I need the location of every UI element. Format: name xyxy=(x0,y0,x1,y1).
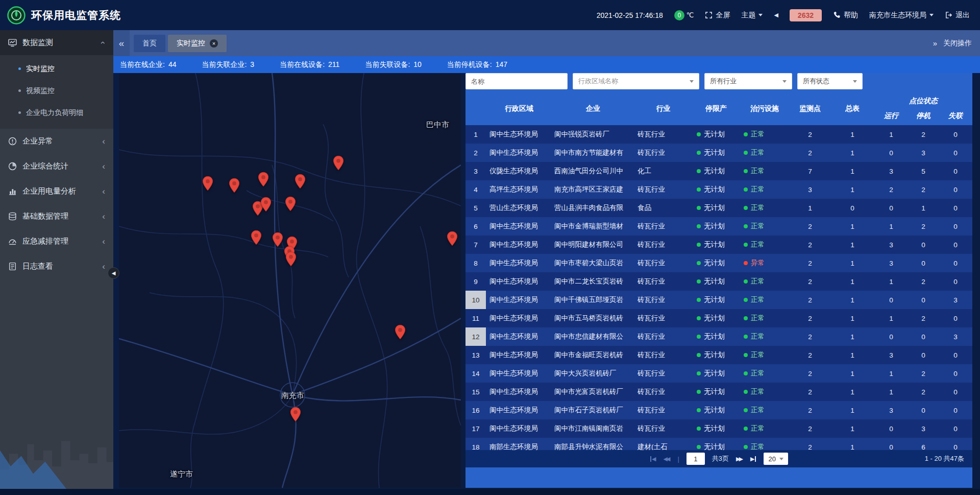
org-dropdown[interactable]: 南充市生态环境局 xyxy=(869,11,934,20)
table-row[interactable]: 13阆中生态环境局阆中市金福旺页岩机砖砖瓦行业无计划正常21300 xyxy=(465,346,972,364)
tab-scroll-left-icon[interactable]: « xyxy=(113,30,130,56)
cell-stopped: 2 xyxy=(908,364,939,383)
table-row[interactable]: 1阆中生态环境局阆中强锐页岩砖厂砖瓦行业无计划正常21120 xyxy=(465,125,972,144)
collapse-sidebar-button[interactable]: ◀ xyxy=(108,267,119,279)
cell-stopped: 5 xyxy=(908,162,939,180)
close-operations-button[interactable]: 关闭操作 xyxy=(943,39,972,48)
page-number-input[interactable] xyxy=(687,453,705,465)
tab-realtime[interactable]: 实时监控× xyxy=(168,35,227,52)
sidebar-item-enterprise-stats[interactable]: 企业综合统计‹ xyxy=(0,154,113,179)
table-row[interactable]: 16阆中生态环境局阆中市石子页岩机砖厂砖瓦行业无计划正常21300 xyxy=(465,401,972,419)
cell-running: 0 xyxy=(874,419,908,438)
logout-button[interactable]: 退出 xyxy=(945,11,970,20)
sidebar-item-emergency-reduction[interactable]: 应急减排管理‹ xyxy=(0,229,113,254)
sidebar-subitem-video-monitor[interactable]: 视频监控 xyxy=(0,80,113,102)
map-pin[interactable] xyxy=(260,197,272,212)
map-pin[interactable] xyxy=(295,174,306,189)
table-row[interactable]: 11阆中生态环境局阆中市五马桥页岩机砖砖瓦行业无计划正常21120 xyxy=(465,309,972,327)
table-row[interactable]: 6阆中生态环境局阆中市金博瑞新型墙材砖瓦行业无计划正常21120 xyxy=(465,217,972,235)
table-row[interactable]: 4高坪生态环境局南充市高坪区王家店建砖瓦行业无计划正常31220 xyxy=(465,180,972,199)
theme-dropdown[interactable]: 主题 xyxy=(741,11,763,20)
next-page-button[interactable]: ▶▶ xyxy=(736,456,743,462)
sidebar-item-power-analysis[interactable]: 企业用电量分析‹ xyxy=(0,179,113,204)
table-row[interactable]: 9阆中生态环境局阆中市二龙长宝页岩砖砖瓦行业无计划正常21120 xyxy=(465,272,972,291)
map-panel[interactable]: 巴中市南充市遂宁市 xyxy=(119,73,461,488)
table-row[interactable]: 3仪陇生态环境局西南油气田分公司川中化工无计划正常71350 xyxy=(465,162,972,180)
map-pin[interactable] xyxy=(333,155,344,171)
status-select[interactable]: 所有状态 xyxy=(797,73,863,89)
map-pin[interactable] xyxy=(202,176,213,191)
status-dot-green xyxy=(744,445,748,449)
table-row[interactable]: 10阆中生态环境局阆中千佛镇五郎垭页岩砖瓦行业无计划正常21003 xyxy=(465,291,972,309)
sidebar-item-label: 基础数据管理 xyxy=(22,211,96,221)
limit-text: 无计划 xyxy=(704,295,725,304)
table-row[interactable]: 18南部生态环境局南部县升钟水泥有限公建材(土石无计划正常21060 xyxy=(465,438,972,450)
map-pin[interactable] xyxy=(251,230,262,245)
map-pin[interactable] xyxy=(285,196,296,211)
map-pin[interactable] xyxy=(258,172,269,187)
prev-page-button[interactable]: ◀◀ xyxy=(664,456,671,462)
close-icon[interactable]: × xyxy=(210,39,218,48)
cell-limit: 无计划 xyxy=(693,125,740,144)
status-dot-green xyxy=(697,132,701,136)
cell-company: 南部县升钟水泥有限公 xyxy=(552,438,634,450)
limit-text: 无计划 xyxy=(704,314,725,323)
temperature-unit: ℃ xyxy=(687,11,694,19)
sidebar-subitem-label: 企业电力负荷明细 xyxy=(26,108,83,117)
table-row[interactable]: 8阆中生态环境局阆中市枣碧大梁山页岩砖瓦行业无计划异常21300 xyxy=(465,254,972,272)
cell-industry: 砖瓦行业 xyxy=(634,291,693,309)
name-filter-input[interactable] xyxy=(465,73,568,89)
page-size-select[interactable]: 20 xyxy=(764,453,788,465)
marquee-arrow-icon[interactable]: ◀ xyxy=(774,12,778,18)
cell-facility: 正常 xyxy=(740,235,790,254)
sidebar-item-log-view[interactable]: 日志查看‹ xyxy=(0,254,113,279)
sidebar-item-base-data[interactable]: 基础数据管理‹ xyxy=(0,204,113,229)
table-row[interactable]: 12阆中生态环境局阆中市忠信建材有限公砖瓦行业无计划正常21003 xyxy=(465,327,972,346)
table-row[interactable]: 15阆中生态环境局阆中市光富页岩机砖厂砖瓦行业无计划正常21120 xyxy=(465,383,972,401)
cell-meters: 1 xyxy=(830,180,874,199)
sidebar-submenu: 实时监控视频监控企业电力负荷明细 xyxy=(0,55,113,126)
cell-limit: 无计划 xyxy=(693,217,740,235)
cell-industry: 砖瓦行业 xyxy=(634,235,693,254)
cell-running: 3 xyxy=(874,346,908,364)
org-label: 南充市生态环境局 xyxy=(869,11,926,20)
industry-select[interactable]: 所有行业 xyxy=(704,73,792,89)
cell-offline: 0 xyxy=(939,199,972,217)
sidebar-subitem-realtime-monitor[interactable]: 实时监控 xyxy=(0,58,113,80)
sidebar-subitem-power-load-detail[interactable]: 企业电力负荷明细 xyxy=(0,102,113,124)
cell-region: 仪陇生态环境局 xyxy=(486,162,552,180)
table-row[interactable]: 17阆中生态环境局阆中市江南镇阆南页岩砖瓦行业无计划正常21030 xyxy=(465,419,972,438)
cell-index: 13 xyxy=(465,346,486,364)
cell-limit: 无计划 xyxy=(693,438,740,450)
map-pin[interactable] xyxy=(395,324,406,340)
region-select[interactable]: 行政区域名称 xyxy=(573,73,699,89)
status-dot-green xyxy=(697,224,701,228)
map-pin[interactable] xyxy=(229,178,240,193)
table-row[interactable]: 14阆中生态环境局阆中大兴页岩机砖厂砖瓦行业无计划正常21120 xyxy=(465,364,972,383)
cell-region: 阆中生态环境局 xyxy=(486,272,552,291)
sidebar-item-enterprise-abnormal[interactable]: 企业异常‹ xyxy=(0,129,113,154)
last-page-button[interactable]: ▶ xyxy=(750,456,756,462)
help-button[interactable]: 帮助 xyxy=(833,11,858,20)
cell-company: 阆中市江南镇阆南页岩 xyxy=(552,419,634,438)
map-pin[interactable] xyxy=(447,231,458,246)
sidebar-skyline-decoration xyxy=(0,412,113,489)
cell-index: 4 xyxy=(465,180,486,199)
alarm-count-badge[interactable]: 2632 xyxy=(790,9,822,21)
table-row[interactable]: 7阆中生态环境局阆中明阳建材有限公司砖瓦行业无计划正常21300 xyxy=(465,235,972,254)
fullscreen-button[interactable]: 全屏 xyxy=(705,11,730,20)
tab-scroll-right-icon[interactable]: » xyxy=(933,39,937,48)
map-pin[interactable] xyxy=(290,407,301,422)
sidebar-item-data-monitoring[interactable]: 数据监测‹ xyxy=(0,30,113,55)
status-dot-green xyxy=(697,445,701,449)
table-row[interactable]: 2阆中生态环境局阆中市南方节能建材有砖瓦行业无计划正常21030 xyxy=(465,144,972,162)
cell-industry: 建材(土石 xyxy=(634,438,693,450)
first-page-button[interactable]: ◀ xyxy=(650,456,656,462)
map-pin[interactable] xyxy=(272,232,283,247)
map-pin[interactable] xyxy=(285,251,297,267)
table-row[interactable]: 5营山生态环境局营山县润丰肉食品有限食品无计划正常10010 xyxy=(465,199,972,217)
cell-points: 7 xyxy=(790,162,830,180)
tab-home[interactable]: 首页 xyxy=(134,35,165,52)
status-dot-green xyxy=(697,371,701,375)
cell-industry: 砖瓦行业 xyxy=(634,401,693,419)
